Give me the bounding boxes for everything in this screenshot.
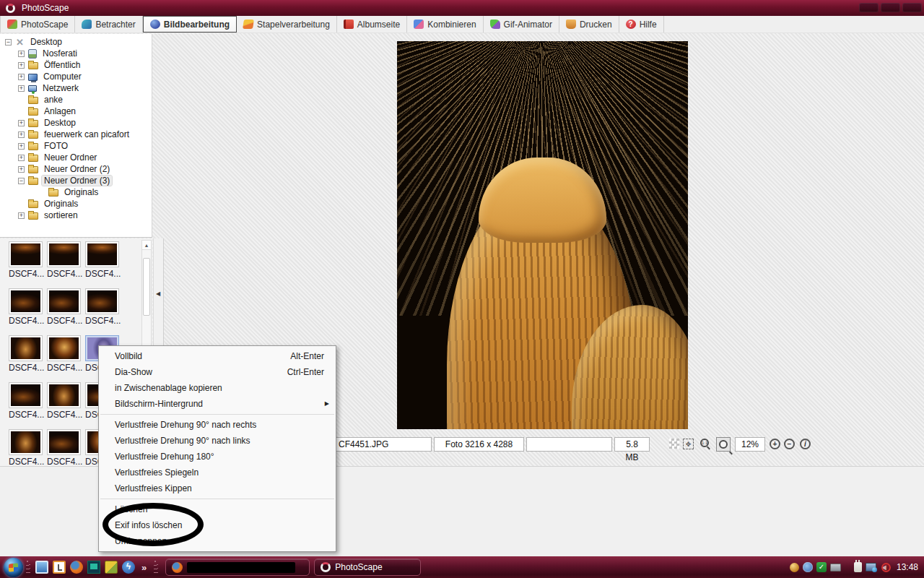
firefox-task-button[interactable] xyxy=(165,558,310,576)
thumbnail[interactable] xyxy=(9,288,43,314)
scrollbar-thumb[interactable] xyxy=(143,258,150,316)
thumbnail[interactable] xyxy=(9,382,43,408)
menu-item-kippen[interactable]: Verlustfreies Kippen xyxy=(99,480,336,496)
thumbnail[interactable] xyxy=(47,241,81,267)
collapse-panel-icon[interactable]: ◀ xyxy=(156,290,160,297)
expander-icon[interactable]: + xyxy=(18,120,25,126)
thumbnail[interactable] xyxy=(9,335,43,361)
gif-tab-icon xyxy=(490,20,500,29)
security-check-icon[interactable]: ✓ xyxy=(816,562,827,572)
menu-item-drehung-180[interactable]: Verlustfreie Drehung 180° xyxy=(99,449,336,465)
expander-icon[interactable]: + xyxy=(18,85,25,92)
zoom-out-icon[interactable]: − xyxy=(784,439,795,449)
maximize-button[interactable] xyxy=(881,3,900,12)
zoom-level-box: 12% xyxy=(735,437,765,452)
tab-betrachter[interactable]: Betrachter xyxy=(75,16,142,33)
tree-item-anke[interactable]: anke xyxy=(0,94,152,105)
expander-icon[interactable]: + xyxy=(18,212,25,219)
expander-icon[interactable]: + xyxy=(18,74,25,80)
menu-item-zwischenablage[interactable]: in Zwischenablage kopieren xyxy=(99,380,336,396)
tree-item-originals-child[interactable]: Originals xyxy=(0,186,152,198)
power-plug-icon[interactable] xyxy=(854,562,862,572)
tab-stapelverarbeitung[interactable]: Stapelverarbeitung xyxy=(237,16,337,33)
thumbnail[interactable] xyxy=(9,241,43,267)
fit-window-icon[interactable]: ✥ xyxy=(683,439,694,449)
clock-app-icon[interactable] xyxy=(53,561,66,574)
thumbnail[interactable] xyxy=(85,288,119,314)
tab-gif-animator[interactable]: Gif-Animator xyxy=(484,16,559,33)
tab-photoscape[interactable]: PhotoScape xyxy=(0,16,75,33)
menu-item-drehung-links[interactable]: Verlustfreie Drehung 90° nach links xyxy=(99,433,336,449)
tree-item-feuerwerk[interactable]: +feuerwerk can picafort xyxy=(0,129,152,140)
scroll-up-icon[interactable]: ▲ xyxy=(142,241,151,250)
thumbnail-label: DSCF4... xyxy=(9,457,48,467)
tree-item-nosferati[interactable]: +Nosferati xyxy=(0,48,152,59)
thumbnail-label: DSCF4... xyxy=(47,363,86,373)
zoom-actual-size-icon[interactable]: 1:1 xyxy=(700,439,709,447)
info-icon[interactable]: i xyxy=(800,439,811,449)
tree-item-neuer-ordner-2[interactable]: +Neuer Ordner (2) xyxy=(0,163,152,175)
tree-item-neuer-ordner-3[interactable]: −Neuer Ordner (3) xyxy=(0,175,152,186)
thumbnail[interactable] xyxy=(9,429,43,455)
expander-icon[interactable]: − xyxy=(18,178,25,184)
tree-item-netzwerk[interactable]: +Netzwerk xyxy=(0,82,152,94)
photoscape-task-button[interactable]: PhotoScape xyxy=(314,558,421,576)
tray-orb-icon[interactable] xyxy=(790,563,799,572)
lightning-app-icon[interactable]: ϟ xyxy=(122,561,135,574)
thumbnail[interactable] xyxy=(47,429,81,455)
zoom-fit-icon-selected[interactable] xyxy=(716,437,731,452)
expander-icon[interactable]: + xyxy=(18,51,25,57)
transparency-background-icon[interactable] xyxy=(669,439,679,449)
tree-item-oeffentlich[interactable]: +Öffentlich xyxy=(0,59,152,71)
menu-item-vollbild[interactable]: VollbildAlt-Enter xyxy=(99,348,336,364)
tree-item-neuer-ordner[interactable]: +Neuer Ordner xyxy=(0,152,152,163)
tab-drucken[interactable]: Drucken xyxy=(559,16,619,33)
app-shortcut-icon[interactable] xyxy=(105,561,118,574)
tab-kombinieren[interactable]: Kombinieren xyxy=(407,16,483,33)
tree-item-desktop[interactable]: +Desktop xyxy=(0,117,152,129)
network-status-icon[interactable] xyxy=(866,563,876,571)
thumbnail[interactable] xyxy=(47,335,81,361)
editor-tab-icon xyxy=(150,20,160,29)
thumbnail[interactable] xyxy=(85,241,119,267)
expander-icon[interactable]: + xyxy=(18,131,25,138)
start-button[interactable] xyxy=(4,558,23,577)
expander-icon[interactable]: + xyxy=(18,155,25,161)
tree-item-sortieren[interactable]: +sortieren xyxy=(0,210,152,221)
viewer-tab-icon xyxy=(82,20,92,29)
show-desktop-icon[interactable] xyxy=(35,561,48,574)
thumbnail[interactable] xyxy=(47,288,81,314)
volume-muted-icon[interactable]: ◄ xyxy=(880,562,890,572)
menu-item-spiegeln[interactable]: Verlustfreies Spiegeln xyxy=(99,465,336,480)
expander-icon[interactable]: + xyxy=(18,143,25,150)
windows-update-icon[interactable] xyxy=(803,562,813,572)
menu-item-dia-show[interactable]: Dia-ShowCtrl-Enter xyxy=(99,364,336,380)
expander-icon[interactable]: + xyxy=(18,62,25,69)
expander-icon[interactable]: + xyxy=(18,166,25,173)
tree-item-foto[interactable]: +FOTO xyxy=(0,140,152,152)
tab-albumseite[interactable]: Albumseite xyxy=(337,16,407,33)
tree-item-desktop-root[interactable]: −✕Desktop xyxy=(0,36,152,48)
tree-item-originals[interactable]: Originals xyxy=(0,198,152,210)
app-shortcut-icon[interactable] xyxy=(87,561,100,574)
display-settings-icon[interactable] xyxy=(830,564,841,571)
menu-item-bildschirm-hintergrund[interactable]: Bildschirm-Hintergrund▶ xyxy=(99,396,336,412)
thumbnail[interactable] xyxy=(47,382,81,408)
photoscape-logo-icon xyxy=(321,562,331,572)
photo-canvas[interactable] xyxy=(397,41,688,429)
expander-icon[interactable]: − xyxy=(5,39,12,46)
tree-item-computer[interactable]: +Computer xyxy=(0,71,152,82)
close-button[interactable] xyxy=(902,3,922,12)
quicklaunch-overflow-icon[interactable]: » xyxy=(141,562,147,573)
taskbar-clock[interactable]: 13:48 xyxy=(897,562,918,572)
tab-hilfe[interactable]: ?Hilfe xyxy=(619,16,664,33)
zoom-in-icon[interactable]: + xyxy=(770,439,780,449)
tab-bildbearbeitung[interactable]: Bildbearbeitung xyxy=(143,16,237,33)
firefox-icon[interactable] xyxy=(70,561,83,574)
tree-item-anlagen[interactable]: Anlagen xyxy=(0,105,152,117)
minimize-button[interactable] xyxy=(859,3,879,12)
menu-item-drehung-rechts[interactable]: Verlustfreie Drehung 90° nach rechts xyxy=(99,417,336,433)
folder-icon xyxy=(28,201,38,208)
folder-icon xyxy=(28,178,38,185)
thumbnail-label: DSCF4... xyxy=(47,410,86,420)
